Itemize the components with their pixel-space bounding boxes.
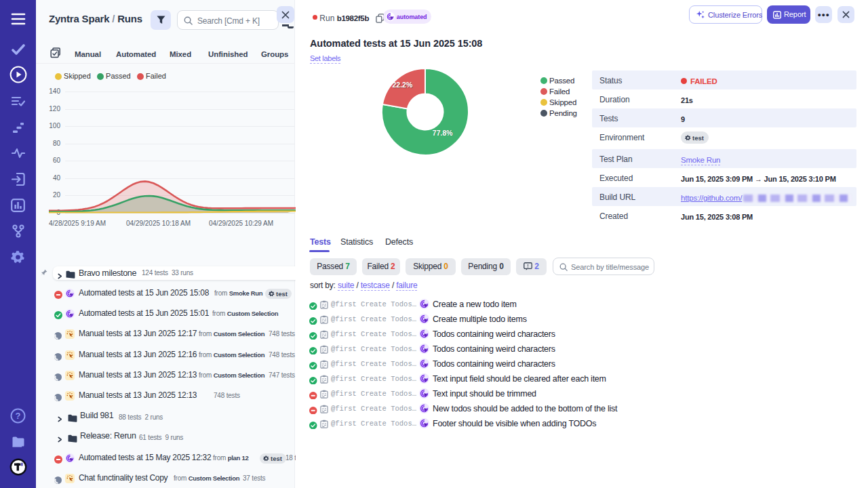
svg-text:77.8%: 77.8% [433,129,453,137]
svg-text:?: ? [16,411,21,421]
svg-text:22.2%: 22.2% [393,81,413,89]
